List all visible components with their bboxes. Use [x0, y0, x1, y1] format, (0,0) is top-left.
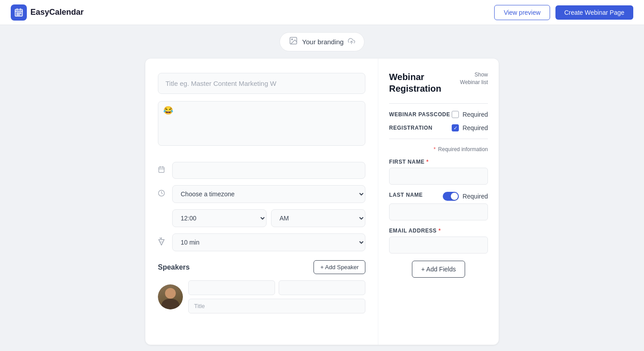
speaker-name-input[interactable]: Abhishek Shankar — [188, 280, 275, 295]
last-name-label: LAST NAME — [389, 192, 423, 198]
last-name-required: Required — [462, 193, 488, 200]
upload-icon — [348, 38, 355, 47]
svg-rect-9 — [20, 13, 21, 14]
registration-title: Webinar Registration — [389, 71, 441, 94]
required-info: * Required information — [389, 146, 488, 152]
speaker-avatar — [158, 284, 183, 309]
timezone-row: Choose a timezone UTC America/New_York A… — [158, 185, 365, 203]
speaker-photo — [158, 284, 183, 309]
left-panel: 😂 08/14/2020 — [145, 59, 378, 345]
svg-rect-7 — [17, 14, 18, 15]
duration-select[interactable]: 10 min 15 min 30 min 45 min 60 min — [172, 233, 365, 251]
time-select[interactable]: 12:00 1:00 2:00 — [172, 209, 267, 227]
add-speaker-button[interactable]: + Add Speaker — [314, 260, 365, 274]
header-actions: View preview Create Webinar Page — [494, 5, 633, 20]
duration-icon — [158, 237, 167, 247]
svg-rect-13 — [159, 167, 164, 173]
branding-pill[interactable]: Your branding — [280, 32, 365, 51]
description-input[interactable] — [158, 101, 365, 146]
clock-icon — [158, 190, 167, 199]
passcode-row: WEBINAR PASSCODE Required — [389, 111, 488, 118]
last-name-input[interactable] — [389, 203, 488, 220]
last-name-header: LAST NAME Required — [389, 192, 488, 201]
speaker-title-input[interactable] — [188, 299, 365, 313]
speakers-title: Speakers — [158, 263, 190, 271]
first-name-label: FIRST NAME * — [389, 159, 488, 165]
webinar-list-label: Webinar list — [460, 79, 488, 86]
speaker-fields: Abhishek Shankar abhishek@justcali — [188, 280, 365, 313]
speaker-name-row: Abhishek Shankar abhishek@justcali — [188, 280, 365, 295]
header: EasyCalendar View preview Create Webinar… — [0, 0, 644, 25]
registration-required-group: Required — [452, 124, 488, 131]
passcode-required-group: Required — [452, 111, 488, 118]
ampm-select[interactable]: AM PM — [271, 209, 365, 227]
divider-2 — [389, 139, 488, 139]
branding-text: Your branding — [302, 38, 344, 46]
speaker-email-input[interactable]: abhishek@justcali — [279, 280, 365, 295]
date-row: 08/14/2020 — [158, 162, 365, 179]
duration-row: 10 min 15 min 30 min 45 min 60 min — [158, 233, 365, 251]
email-input[interactable] — [389, 237, 488, 254]
email-label: EMAIL ADDRESS * — [389, 228, 488, 234]
passcode-required-text: Required — [462, 111, 488, 118]
asterisk: * — [434, 146, 436, 152]
divider-1 — [389, 103, 488, 104]
create-webinar-button[interactable]: Create Webinar Page — [555, 5, 633, 20]
description-emoji: 😂 — [158, 101, 178, 115]
registration-label: REGISTRATION — [389, 125, 432, 131]
timezone-select[interactable]: Choose a timezone UTC America/New_York A… — [172, 185, 365, 203]
passcode-label: WEBINAR PASSCODE — [389, 111, 450, 118]
title-input[interactable] — [158, 73, 365, 94]
add-fields-button[interactable]: + Add Fields — [412, 261, 465, 278]
email-section: EMAIL ADDRESS * — [389, 228, 488, 254]
logo-icon — [11, 4, 27, 21]
svg-rect-5 — [17, 13, 18, 14]
speakers-section: Speakers + Add Speaker Abhishek Shankar … — [158, 260, 365, 313]
main-content: 😂 08/14/2020 — [0, 55, 644, 351]
svg-point-11 — [291, 39, 292, 40]
registration-row: REGISTRATION Required — [389, 124, 488, 131]
first-name-input[interactable] — [389, 168, 488, 185]
speakers-header: Speakers + Add Speaker — [158, 260, 365, 274]
time-selects: 12:00 1:00 2:00 AM PM — [172, 209, 365, 227]
branding-bar: Your branding — [0, 25, 644, 55]
branding-icon — [289, 36, 298, 47]
logo: EasyCalendar — [11, 4, 84, 21]
view-preview-button[interactable]: View preview — [494, 5, 550, 20]
card: 😂 08/14/2020 — [145, 59, 499, 345]
first-name-section: FIRST NAME * — [389, 159, 488, 185]
svg-rect-6 — [18, 13, 20, 14]
registration-checkbox[interactable] — [452, 124, 459, 131]
last-name-toggle[interactable] — [443, 192, 459, 201]
time-row: 12:00 1:00 2:00 AM PM — [158, 209, 365, 227]
calendar-icon — [14, 8, 24, 17]
last-name-toggle-group: Required — [443, 192, 488, 201]
logo-text: EasyCalendar — [30, 8, 84, 17]
calendar-field-icon — [158, 166, 167, 175]
show-label: Show — [460, 71, 488, 79]
speaker-row: Abhishek Shankar abhishek@justcali — [158, 280, 365, 313]
passcode-checkbox[interactable] — [452, 111, 459, 118]
date-input[interactable]: 08/14/2020 — [172, 162, 365, 179]
registration-required-text: Required — [462, 124, 488, 131]
last-name-section: LAST NAME Required — [389, 192, 488, 220]
registration-header: Webinar Registration Show Webinar list — [389, 71, 488, 94]
show-webinar-list[interactable]: Show Webinar list — [460, 71, 488, 86]
svg-rect-8 — [18, 14, 20, 15]
right-panel: Webinar Registration Show Webinar list W… — [378, 59, 499, 345]
